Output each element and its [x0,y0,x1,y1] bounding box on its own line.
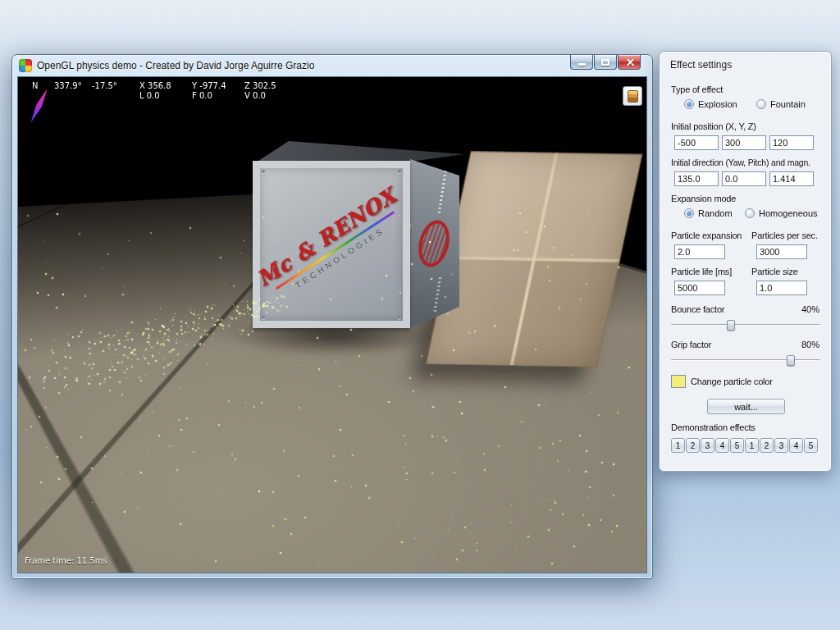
crate-brand-text: Mc & RENOX [238,174,416,301]
type-of-effect-label: Type of effect [671,84,723,94]
initial-x-field[interactable] [674,135,719,150]
demo-effect-button-6[interactable]: 1 [745,438,759,453]
texture-icon [628,90,638,103]
bounce-slider-thumb[interactable] [727,320,735,331]
hud-f: F 0.0 [192,91,212,100]
particles-per-sec-field[interactable] [756,244,807,259]
titlebar[interactable]: OpenGL physics demo - Created by David J… [12,55,652,76]
main-window: OpenGL physics demo - Created by David J… [11,54,653,579]
grip-slider[interactable] [671,355,820,366]
demo-effect-button-7[interactable]: 2 [760,438,774,453]
frame-time-label: Frame time: 11.5ms [25,556,107,565]
particle-life-label: Particle life [ms] [671,267,732,276]
desktop: OpenGL physics demo - Created by David J… [0,0,840,630]
hud-y: Y -977.4 [192,81,226,90]
radio-fountain[interactable]: Fountain [756,99,806,109]
window-controls [570,55,641,70]
crate-side-face [409,154,461,331]
demo-effect-button-2[interactable]: 2 [686,438,700,453]
initial-position-label: Initial position (X, Y, Z) [671,121,756,131]
opengl-viewport[interactable]: Mc & RENOX TECHNOLOGIES N 337.9° -17.5° … [17,76,647,573]
initial-direction-label: Initial direction (Yaw, Pitch) and magn. [671,158,810,167]
maximize-button[interactable] [594,55,617,70]
effect-settings-panel: Effect settings Type of effect Explosion… [659,51,832,472]
hud-v: V 0.0 [244,91,266,100]
demo-effect-button-5[interactable]: 5 [730,438,744,453]
minimize-icon [578,63,586,66]
hud-overlay: N 337.9° -17.5° X 356.8 L 0.0 Y -977.4 F… [18,77,646,105]
demo-effect-button-3[interactable]: 3 [701,438,714,453]
particle-expansion-label: Particle expansion [671,231,742,240]
minimize-button[interactable] [570,55,593,70]
viewport-corner-button[interactable] [623,86,642,106]
radio-explosion-circle[interactable] [684,99,694,109]
hud-x: X 356.8 [139,81,171,90]
panel-title: Effect settings [670,59,732,71]
demo-effect-button-9[interactable]: 4 [789,438,803,453]
hud-z: Z 302.5 [244,81,276,90]
particle-expansion-field[interactable] [674,244,725,259]
demo-effect-button-10[interactable]: 5 [804,438,818,453]
crate-branding: Mc & RENOX TECHNOLOGIES [238,174,426,316]
magnitude-field[interactable] [769,171,814,186]
particle-life-field[interactable] [674,281,725,295]
hud-pitch: -17.5° [92,81,117,90]
demo-effect-button-1[interactable]: 1 [671,438,685,453]
demo-effects-label: Demonstration effects [671,422,756,432]
change-color-label: Change particle color [691,377,773,386]
grip-factor-label: Grip factor [671,340,711,349]
hud-heading: 337.9° [54,81,82,90]
initial-y-field[interactable] [722,135,766,150]
crate-logo-oval [414,217,454,271]
expansion-mode-label: Expansion mode [671,194,736,203]
demo-buttons-strip: 1234512345 [671,438,818,453]
compass-icon [26,87,51,125]
wait-button[interactable]: wait... [707,399,785,414]
app-icon [19,59,32,72]
crate-front-face: Mc & RENOX TECHNOLOGIES [253,161,410,328]
particle-color-swatch[interactable] [671,375,686,388]
pitch-field[interactable] [722,171,766,186]
grip-factor-value: 80% [801,340,819,349]
radio-homogeneous-circle[interactable] [745,208,755,218]
bounce-factor-label: Bounce factor [671,304,724,314]
yaw-field[interactable] [674,171,719,186]
particle-size-field[interactable] [756,281,807,295]
initial-z-field[interactable] [769,135,814,150]
maximize-icon [601,59,609,66]
particle-size-label: Particle size [751,267,798,276]
radio-fountain-circle[interactable] [756,99,766,109]
hud-l: L 0.0 [139,91,160,100]
grip-slider-thumb[interactable] [787,355,795,366]
close-button[interactable] [618,55,641,70]
demo-effect-button-8[interactable]: 3 [774,438,788,453]
radio-explosion[interactable]: Explosion [684,99,737,109]
bounce-slider[interactable] [671,320,820,331]
radio-homogeneous[interactable]: Homogeneous [745,208,818,218]
particles-per-sec-label: Particles per sec. [751,231,818,240]
radio-random[interactable]: Random [684,208,733,218]
bounce-factor-value: 40% [801,304,819,314]
radio-random-circle[interactable] [684,208,694,218]
window-title: OpenGL physics demo - Created by David J… [37,60,314,71]
demo-effect-button-4[interactable]: 4 [715,438,729,453]
